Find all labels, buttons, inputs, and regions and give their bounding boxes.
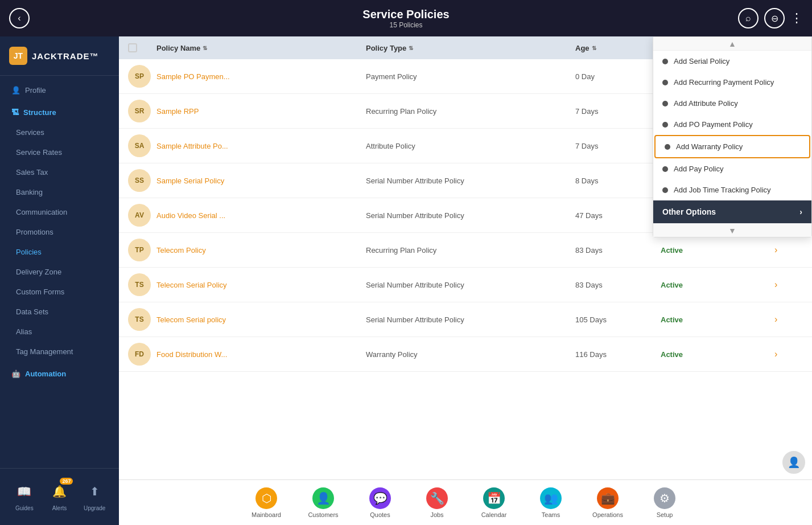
policy-type-cell: Serial Number Attribute Policy <box>366 211 575 220</box>
menu-dot-icon <box>662 59 668 64</box>
calendar-icon: 📅 <box>483 487 505 509</box>
checkbox-col-header <box>128 43 156 52</box>
scroll-down-indicator[interactable]: ▼ <box>653 223 811 237</box>
more-options-button[interactable]: ⋮ <box>790 11 803 26</box>
policy-type-cell: Recurring Plan Policy <box>366 246 575 255</box>
sidebar-bottom-icons: 📖 Guides 🔔 267 Alerts ⬆ Upgrade <box>0 475 119 518</box>
other-options-button[interactable]: Other Options › <box>653 200 811 223</box>
sidebar-item-policies[interactable]: Policies <box>0 242 119 262</box>
add-recurring-payment-policy-item[interactable]: Add Recurring Payment Policy <box>653 72 811 93</box>
chevron-icon[interactable]: › <box>774 314 803 325</box>
add-attribute-policy-item[interactable]: Add Attribute Policy <box>653 93 811 114</box>
policy-name-cell[interactable]: Telecom Serial policy <box>156 315 366 324</box>
policy-type-cell: Warranty Policy <box>366 350 575 359</box>
guides-button[interactable]: 📖 Guides <box>13 480 36 511</box>
upgrade-button[interactable]: ⬆ Upgrade <box>83 480 106 511</box>
age-cell: 116 Days <box>575 350 661 359</box>
alerts-button[interactable]: 🔔 267 Alerts <box>48 480 71 511</box>
user-avatar[interactable]: 👤 <box>782 451 805 474</box>
policy-name-cell[interactable]: Sample Attribute Po... <box>156 142 366 150</box>
sidebar-label-service-rates: Service Rates <box>16 148 62 157</box>
nav-calendar[interactable]: 📅 Calendar <box>477 487 511 518</box>
nav-teams[interactable]: 👥 Teams <box>534 487 568 518</box>
select-all-checkbox[interactable] <box>128 43 137 52</box>
policy-name-cell[interactable]: Sample Serial Policy <box>156 177 366 185</box>
sidebar-label-banking: Banking <box>16 188 43 196</box>
policy-name-cell[interactable]: Audio Video Serial ... <box>156 211 366 220</box>
add-serial-policy-item[interactable]: Add Serial Policy <box>653 51 811 72</box>
nav-customers[interactable]: 👤 Customers <box>306 487 340 518</box>
sidebar-item-service-rates[interactable]: Service Rates <box>0 142 119 162</box>
menu-dot-icon <box>662 166 668 172</box>
policy-name-cell[interactable]: Sample RPP <box>156 107 366 116</box>
guides-icon: 📖 <box>13 480 36 503</box>
policy-name-cell[interactable]: Sample PO Paymen... <box>156 72 366 81</box>
age-cell: 8 Days <box>575 177 661 185</box>
back-button[interactable]: ‹ <box>9 8 30 28</box>
table-row: TS Telecom Serial Policy Serial Number A… <box>119 268 812 302</box>
operations-label: Operations <box>592 511 623 518</box>
policy-type-label: Policy Type <box>366 44 406 52</box>
sidebar-item-alias[interactable]: Alias <box>0 322 119 342</box>
nav-setup[interactable]: ⚙ Setup <box>648 487 682 518</box>
scroll-up-indicator[interactable]: ▲ <box>653 37 811 51</box>
filter-button[interactable]: ⊖ <box>764 8 785 28</box>
add-job-time-tracking-policy-item[interactable]: Add Job Time Tracking Policy <box>653 179 811 200</box>
add-po-payment-policy-item[interactable]: Add PO Payment Policy <box>653 114 811 135</box>
policy-type-cell: Attribute Policy <box>366 142 575 150</box>
status-cell: Active <box>661 246 774 255</box>
avatar: SR <box>128 100 151 122</box>
chevron-icon[interactable]: › <box>774 349 803 359</box>
sidebar-item-data-sets[interactable]: Data Sets <box>0 302 119 322</box>
sidebar-item-tag-management[interactable]: Tag Management <box>0 342 119 362</box>
menu-dot-icon <box>662 101 668 106</box>
sidebar-item-services[interactable]: Services <box>0 122 119 142</box>
sidebar-label-custom-forms: Custom Forms <box>16 288 64 296</box>
nav-mainboard[interactable]: ⬡ Mainboard <box>249 487 283 518</box>
nav-operations[interactable]: 💼 Operations <box>591 487 625 518</box>
header: ‹ Service Policies 15 Policies ⌕ ⊖ ⋮ <box>0 0 812 36</box>
status-cell: Active <box>661 315 774 324</box>
avatar: FD <box>128 343 151 366</box>
age-cell: 83 Days <box>575 281 661 289</box>
sidebar-item-banking[interactable]: Banking <box>0 182 119 202</box>
add-recurring-payment-label: Add Recurring Payment Policy <box>674 78 774 87</box>
nav-quotes[interactable]: 💬 Quotes <box>363 487 397 518</box>
menu-dot-icon <box>662 80 668 85</box>
guides-label: Guides <box>15 505 34 511</box>
status-cell: Active <box>661 281 774 289</box>
policy-name-label: Policy Name <box>156 44 200 52</box>
sidebar-section-structure[interactable]: 🏗 Structure <box>0 100 119 122</box>
add-warranty-policy-item[interactable]: Add Warranty Policy <box>654 135 810 158</box>
mainboard-label: Mainboard <box>252 511 281 518</box>
policy-name-cell[interactable]: Telecom Policy <box>156 246 366 255</box>
chevron-icon[interactable]: › <box>774 280 803 290</box>
table-row: FD Food Distribution W... Warranty Polic… <box>119 337 812 372</box>
age-cell: 83 Days <box>575 246 661 255</box>
add-pay-policy-item[interactable]: Add Pay Policy <box>653 158 811 179</box>
sidebar-item-communication[interactable]: Communication <box>0 202 119 222</box>
sidebar-item-profile[interactable]: 👤 Profile <box>0 80 119 100</box>
age-header[interactable]: Age ⇅ <box>575 44 661 52</box>
avatar: AV <box>128 204 151 227</box>
table-row: TP Telecom Policy Recurring Plan Policy … <box>119 233 812 268</box>
sidebar-nav: 👤 Profile 🏗 Structure Services Service R… <box>0 76 119 468</box>
policy-type-cell: Recurring Plan Policy <box>366 107 575 116</box>
add-job-time-tracking-label: Add Job Time Tracking Policy <box>674 186 771 194</box>
alerts-icon: 🔔 267 <box>48 480 71 503</box>
nav-jobs[interactable]: 🔧 Jobs <box>420 487 454 518</box>
sidebar-item-custom-forms[interactable]: Custom Forms <box>0 282 119 302</box>
sidebar-section-automation[interactable]: 🤖 Automation <box>0 362 119 384</box>
add-warranty-policy-label: Add Warranty Policy <box>676 142 743 151</box>
policy-name-header[interactable]: Policy Name ⇅ <box>156 44 366 52</box>
policy-type-header[interactable]: Policy Type ⇅ <box>366 44 575 52</box>
sidebar-item-promotions[interactable]: Promotions <box>0 222 119 242</box>
policy-name-cell[interactable]: Food Distribution W... <box>156 350 366 359</box>
sidebar-item-sales-tax[interactable]: Sales Tax <box>0 162 119 182</box>
policy-name-cell[interactable]: Telecom Serial Policy <box>156 281 366 289</box>
sidebar-item-delivery-zone[interactable]: Delivery Zone <box>0 262 119 282</box>
chevron-icon[interactable]: › <box>774 245 803 255</box>
policy-type-cell: Serial Number Attribute Policy <box>366 315 575 324</box>
add-attribute-policy-label: Add Attribute Policy <box>674 99 738 108</box>
search-button[interactable]: ⌕ <box>738 8 759 28</box>
